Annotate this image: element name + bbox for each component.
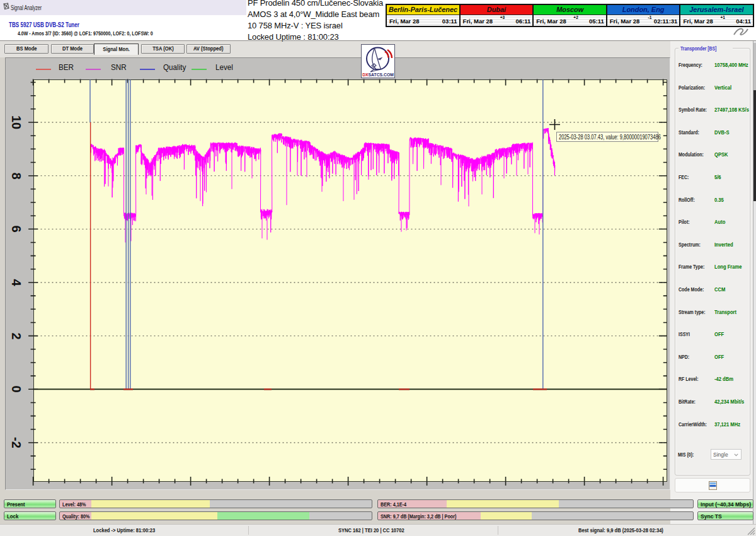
svg-text:DXSATCS.COM: DXSATCS.COM — [362, 73, 394, 77]
